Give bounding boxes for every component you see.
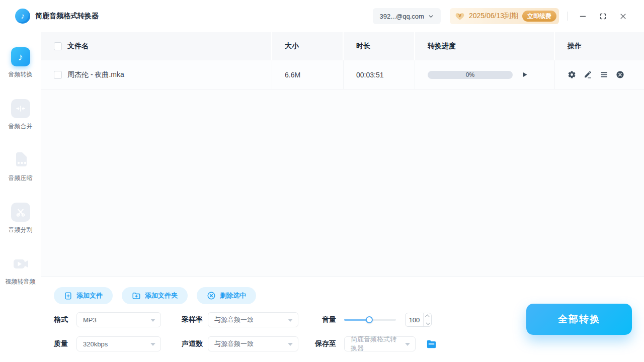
quality-value: 320kbps — [83, 340, 108, 348]
volume-slider[interactable] — [344, 316, 396, 323]
row-settings-button[interactable] — [568, 70, 576, 79]
vip-badge: V 2025/06/13到期 立即续费 — [450, 8, 559, 24]
file-table-header: 文件名 大小 时长 转换进度 操作 — [41, 32, 644, 60]
caret-down-icon — [150, 343, 155, 346]
quality-label: 质量 — [54, 339, 68, 348]
format-label: 格式 — [54, 315, 68, 324]
app-logo-icon: ♪ — [15, 9, 30, 24]
main-panel: 文件名 大小 时长 转换进度 操作 周杰伦 - 夜曲.mka 6.6M 00:0… — [41, 32, 644, 362]
save-to-label: 保存至 — [313, 339, 336, 348]
browse-folder-button[interactable] — [426, 338, 437, 350]
file-size: 6.6M — [285, 71, 300, 79]
column-duration: 时长 — [356, 42, 370, 51]
audio-split-icon — [11, 203, 30, 222]
slider-thumb[interactable] — [366, 316, 373, 323]
caret-down-icon — [150, 319, 155, 322]
row-checkbox[interactable] — [54, 71, 62, 79]
column-operations: 操作 — [568, 42, 582, 51]
app-window: ♪ 简鹿音频格式转换器 392...@qq.com V 2025/06/13到期… — [0, 0, 644, 362]
volume-spinner: 100 — [405, 313, 432, 327]
svg-text:V: V — [458, 13, 461, 18]
chevron-up-icon — [425, 315, 429, 319]
volume-decrement-button[interactable] — [424, 320, 431, 327]
minimize-icon — [579, 13, 587, 20]
row-info-button[interactable] — [600, 70, 608, 79]
brand: ♪ 简鹿音频格式转换器 — [15, 9, 99, 24]
sidebar-item-label: 音频压缩 — [9, 174, 33, 183]
audio-convert-icon: ♪ — [11, 47, 30, 66]
close-button[interactable] — [613, 6, 633, 26]
sidebar-item-video-to-audio[interactable]: 视频转音频 — [6, 254, 36, 286]
add-file-icon — [64, 292, 72, 300]
vip-expiry-date: 2025/06/13到期 — [469, 12, 518, 21]
add-folder-icon — [132, 291, 141, 300]
volume-label: 音量 — [313, 315, 336, 324]
gear-icon — [568, 70, 576, 79]
sidebar-item-label: 视频转音频 — [6, 278, 36, 286]
sidebar-item-audio-compress[interactable]: 音频压缩 — [9, 151, 33, 183]
add-file-button[interactable]: 添加文件 — [54, 287, 113, 304]
bottom-panel: 添加文件 添加文件夹 删除选中 格式 — [41, 277, 644, 362]
select-all-checkbox[interactable] — [54, 42, 62, 50]
save-to-dropdown[interactable]: 简鹿音频格式转换器 — [344, 336, 416, 351]
maximize-icon — [599, 13, 607, 20]
add-folder-button[interactable]: 添加文件夹 — [122, 287, 188, 304]
video-to-audio-icon — [11, 254, 30, 274]
folder-icon — [426, 338, 437, 350]
convert-all-button[interactable]: 全部转换 — [526, 304, 632, 335]
row-rename-button[interactable] — [584, 70, 592, 79]
chevron-down-icon — [428, 14, 434, 19]
play-button[interactable] — [521, 71, 528, 78]
sidebar-item-audio-convert[interactable]: ♪ 音频转换 — [9, 47, 33, 79]
minimize-button[interactable] — [573, 6, 593, 26]
column-size: 大小 — [285, 42, 299, 51]
sidebar: ♪ 音频转换 音频合并 音频压缩 音频分割 — [0, 32, 41, 362]
quality-dropdown[interactable]: 320kbps — [76, 336, 161, 351]
sidebar-item-audio-split[interactable]: 音频分割 — [9, 203, 33, 234]
channels-value: 与源音频一致 — [214, 339, 254, 348]
app-title: 简鹿音频格式转换器 — [35, 12, 99, 21]
column-filename: 文件名 — [67, 42, 89, 51]
row-delete-button[interactable] — [616, 70, 624, 79]
delete-selected-button[interactable]: 删除选中 — [197, 287, 256, 304]
vip-crown-icon: V — [455, 11, 465, 21]
caret-down-icon — [405, 343, 410, 346]
renew-button[interactable]: 立即续费 — [522, 11, 556, 22]
volume-value[interactable]: 100 — [406, 313, 423, 326]
caret-down-icon — [288, 319, 293, 322]
sample-rate-label: 采样率 — [180, 315, 203, 324]
maximize-button[interactable] — [593, 6, 613, 26]
sidebar-item-label: 音频转换 — [9, 70, 33, 79]
close-circle-icon — [616, 70, 624, 79]
volume-increment-button[interactable] — [424, 313, 431, 320]
account-dropdown[interactable]: 392...@qq.com — [373, 8, 441, 24]
sidebar-item-label: 音频合并 — [9, 122, 33, 131]
audio-compress-icon — [11, 151, 30, 170]
chevron-down-icon — [426, 321, 430, 325]
sample-rate-value: 与源音频一致 — [214, 315, 254, 324]
format-dropdown[interactable]: MP3 — [76, 312, 161, 327]
caret-down-icon — [288, 343, 293, 346]
progress-bar: 0% — [428, 71, 513, 79]
play-icon — [521, 71, 528, 78]
delete-circle-icon — [207, 291, 216, 300]
progress-percent: 0% — [428, 71, 513, 79]
file-duration: 00:03:51 — [356, 71, 384, 79]
column-progress: 转换进度 — [428, 42, 456, 51]
close-icon — [619, 13, 627, 20]
table-row: 周杰伦 - 夜曲.mka 6.6M 00:03:51 0% — [41, 60, 644, 89]
pencil-icon — [584, 70, 592, 79]
account-email: 392...@qq.com — [380, 13, 424, 20]
add-folder-label: 添加文件夹 — [145, 291, 178, 300]
add-file-label: 添加文件 — [76, 291, 103, 300]
format-value: MP3 — [83, 316, 97, 324]
sample-rate-dropdown[interactable]: 与源音频一致 — [208, 312, 298, 327]
channels-dropdown[interactable]: 与源音频一致 — [208, 336, 298, 351]
file-list-empty-area — [41, 89, 644, 277]
file-name: 周杰伦 - 夜曲.mka — [67, 70, 124, 79]
channels-label: 声道数 — [180, 339, 203, 348]
window-controls-divider — [567, 12, 568, 21]
delete-selected-label: 删除选中 — [220, 291, 246, 300]
sidebar-item-audio-merge[interactable]: 音频合并 — [9, 99, 33, 131]
save-to-value: 简鹿音频格式转换器 — [351, 335, 402, 353]
